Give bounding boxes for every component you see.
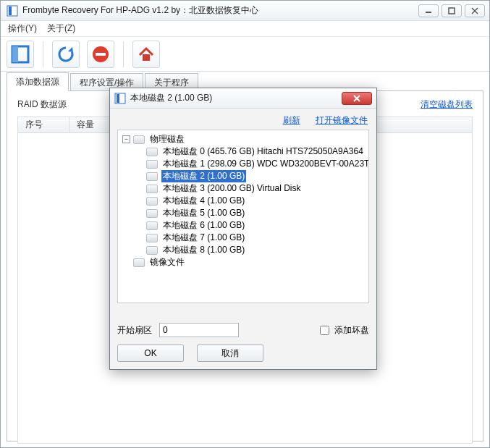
button-row: OK 取消 [117, 345, 369, 362]
tree-disk-item[interactable]: 本地磁盘 4 (1.00 GB) [135, 195, 367, 207]
start-sector-input[interactable] [159, 323, 239, 337]
disk-icon [146, 209, 158, 218]
tree-disk-item[interactable]: 本地磁盘 5 (1.00 GB) [135, 207, 367, 219]
spacer [135, 234, 143, 242]
disk-select-dialog: 本地磁盘 2 (1.00 GB) 刷新 打开镜像文件 − 物理磁盘 本地 [109, 88, 377, 370]
app-icon [114, 93, 126, 104]
disk-label: 本地磁盘 3 (200.00 GB) Virtual Disk [161, 182, 303, 195]
collapse-icon[interactable]: − [122, 135, 130, 143]
disk-icon [146, 185, 158, 193]
refresh-link[interactable]: 刷新 [283, 115, 300, 125]
tree-physical-disks[interactable]: − 物理磁盘 本地磁盘 0 (465.76 GB) Hitachi HTS725… [122, 133, 367, 256]
cancel-button[interactable]: 取消 [197, 345, 263, 362]
spacer [122, 258, 130, 266]
tree-disk-item[interactable]: 本地磁盘 7 (1.00 GB) [135, 232, 367, 244]
add-bad-disk-label: 添加坏盘 [334, 324, 369, 337]
add-bad-disk-checkbox[interactable]: 添加坏盘 [317, 324, 369, 337]
spacer [135, 221, 143, 229]
tree-physical-label: 物理磁盘 [148, 133, 186, 145]
disk-icon [146, 221, 158, 230]
ok-button[interactable]: OK [117, 345, 184, 362]
tree-disk-item[interactable]: 本地磁盘 2 (1.00 GB) [135, 170, 367, 182]
spacer [135, 148, 143, 156]
disk-label: 本地磁盘 5 (1.00 GB) [161, 207, 246, 219]
start-sector-label: 开始扇区 [117, 324, 152, 337]
disk-label: 本地磁盘 2 (1.00 GB) [161, 170, 246, 182]
spacer [135, 209, 143, 217]
disk-label: 本地磁盘 0 (465.76 GB) Hitachi HTS725050A9A3… [161, 145, 365, 158]
dialog-bottom: 开始扇区 添加坏盘 OK 取消 [117, 323, 369, 362]
modal-overlay: 本地磁盘 2 (1.00 GB) 刷新 打开镜像文件 − 物理磁盘 本地 [1, 1, 489, 447]
spacer [135, 172, 143, 180]
dialog-close-button[interactable] [342, 92, 372, 105]
disk-group-icon [133, 135, 145, 144]
disk-label: 本地磁盘 4 (1.00 GB) [161, 195, 246, 207]
spacer [135, 185, 143, 193]
open-image-link[interactable]: 打开镜像文件 [316, 115, 368, 125]
disk-icon [146, 197, 158, 206]
disk-label: 本地磁盘 7 (1.00 GB) [161, 232, 246, 244]
spacer [135, 197, 143, 205]
disk-tree[interactable]: − 物理磁盘 本地磁盘 0 (465.76 GB) Hitachi HTS725… [117, 130, 369, 303]
svg-rect-12 [117, 94, 119, 103]
disk-label: 本地磁盘 8 (1.00 GB) [161, 244, 246, 256]
tree-disk-item[interactable]: 本地磁盘 6 (1.00 GB) [135, 219, 367, 232]
input-row: 开始扇区 添加坏盘 [117, 323, 369, 337]
disk-icon [146, 160, 158, 169]
tree-disk-item[interactable]: 本地磁盘 8 (1.00 GB) [135, 244, 367, 256]
tree-image-label: 镜像文件 [148, 256, 186, 269]
disk-group-icon [133, 258, 145, 267]
disk-label: 本地磁盘 6 (1.00 GB) [161, 219, 246, 232]
tree-disk-item[interactable]: 本地磁盘 1 (298.09 GB) WDC WD3200BEVT-00A23T… [135, 158, 367, 170]
spacer [135, 246, 143, 254]
tree-disk-item[interactable]: 本地磁盘 0 (465.76 GB) Hitachi HTS725050A9A3… [135, 145, 367, 158]
disk-icon [146, 234, 158, 242]
disk-icon [146, 172, 158, 181]
disk-icon [146, 246, 158, 255]
dialog-title: 本地磁盘 2 (1.00 GB) [130, 92, 342, 104]
main-window: Frombyte Recovery For HP-ADG v1.2 by：北亚数… [0, 0, 490, 448]
disk-label: 本地磁盘 1 (298.09 GB) WDC WD3200BEVT-00A23T… [161, 158, 369, 170]
spacer [135, 160, 143, 168]
add-bad-disk-input[interactable] [320, 326, 329, 335]
dialog-titlebar: 本地磁盘 2 (1.00 GB) [110, 88, 376, 109]
tree-disk-item[interactable]: 本地磁盘 3 (200.00 GB) Virtual Disk [135, 182, 367, 195]
tree-image-files[interactable]: 镜像文件 [122, 256, 367, 269]
tab-add-source[interactable]: 添加数据源 [7, 72, 69, 91]
disk-icon [146, 148, 158, 156]
dialog-links: 刷新 打开镜像文件 [110, 109, 376, 130]
